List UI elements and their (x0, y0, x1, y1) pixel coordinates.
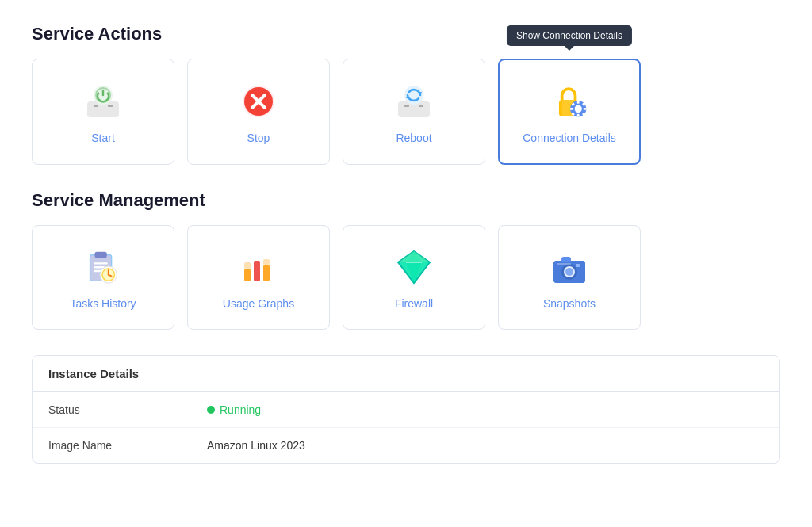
start-card[interactable]: Start (32, 59, 174, 165)
svg-rect-39 (244, 262, 251, 269)
snapshots-label: Snapshots (543, 297, 596, 310)
service-management-section: Service Management (32, 190, 780, 330)
svg-marker-44 (398, 251, 430, 262)
connection-details-wrapper: Show Connection Details (498, 59, 641, 165)
svg-rect-9 (419, 105, 423, 107)
usage-graphs-icon (236, 245, 281, 289)
connection-details-icon (547, 79, 592, 124)
connection-details-label: Connection Details (523, 132, 616, 144)
connection-details-tooltip: Show Connection Details (507, 25, 632, 46)
svg-rect-19 (570, 108, 573, 110)
firewall-card[interactable]: Firewall (343, 225, 485, 330)
start-icon (81, 79, 125, 124)
svg-rect-36 (244, 269, 251, 281)
status-running-text: Running (220, 403, 261, 416)
connection-details-card[interactable]: Connection Details (498, 59, 641, 165)
svg-rect-1 (94, 105, 98, 107)
service-actions-cards: Start Stop (32, 59, 780, 165)
instance-image-value: Amazon Linux 2023 (207, 439, 305, 452)
instance-status-key: Status (48, 403, 207, 416)
svg-rect-2 (108, 105, 113, 107)
stop-label: Stop (247, 132, 270, 144)
stop-icon (236, 79, 281, 124)
firewall-label: Firewall (395, 297, 433, 310)
svg-point-16 (575, 105, 582, 113)
reboot-card[interactable]: Reboot (343, 59, 485, 165)
tasks-history-card[interactable]: Tasks History (32, 225, 174, 330)
reboot-label: Reboot (396, 132, 431, 144)
svg-point-50 (565, 268, 573, 276)
instance-status-value: Running (207, 403, 261, 416)
svg-rect-38 (263, 265, 270, 281)
svg-rect-37 (254, 261, 260, 281)
instance-image-row: Image Name Amazon Linux 2023 (33, 428, 779, 463)
svg-rect-52 (576, 264, 580, 267)
svg-rect-40 (263, 259, 270, 265)
usage-graphs-label: Usage Graphs (223, 297, 294, 310)
svg-rect-18 (577, 114, 580, 117)
service-management-cards: Tasks History Usage Graphs (32, 225, 780, 330)
svg-rect-28 (94, 262, 107, 264)
service-actions-title: Service Actions (32, 24, 780, 44)
instance-status-row: Status Running (33, 392, 779, 428)
reboot-icon (392, 79, 436, 124)
tasks-history-icon (81, 245, 125, 289)
snapshots-icon (547, 245, 592, 289)
instance-details-title: Instance Details (33, 356, 779, 392)
status-running-dot (207, 406, 215, 414)
usage-graphs-card[interactable]: Usage Graphs (187, 225, 330, 330)
snapshots-card[interactable]: Snapshots (498, 225, 641, 330)
service-management-title: Service Management (32, 190, 780, 211)
svg-rect-20 (584, 108, 587, 110)
tasks-history-label: Tasks History (70, 297, 136, 310)
stop-card[interactable]: Stop (187, 59, 330, 165)
instance-details-section: Instance Details Status Running Image Na… (32, 355, 780, 464)
svg-rect-17 (577, 101, 580, 104)
instance-image-key: Image Name (48, 439, 207, 452)
start-label: Start (91, 132, 115, 144)
svg-rect-8 (404, 105, 409, 107)
svg-rect-51 (561, 257, 571, 262)
svg-rect-27 (94, 252, 106, 258)
service-actions-section: Service Actions Start (32, 24, 780, 165)
firewall-icon (392, 245, 436, 289)
svg-rect-53 (557, 263, 571, 265)
